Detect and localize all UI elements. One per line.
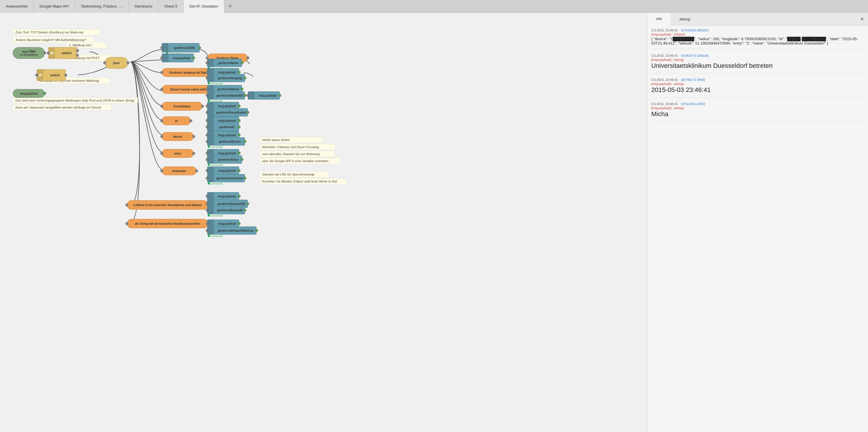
msgpayload-luftlinie-node[interactable]: msg.payload xyxy=(207,192,239,200)
note-bluefox: Korrektur Vis Bluefox (Object statt fest… xyxy=(259,178,347,184)
info-value-4: Micha xyxy=(651,110,864,118)
note-standort: vom aktuellen Standort bis zur Wohnung xyxy=(259,151,335,157)
geofenceDatumISO-node[interactable]: geofenceDatumISO xyxy=(207,91,245,99)
geofenceVorgang-node[interactable]: geofenceVorgang xyxy=(207,74,245,82)
info-value-2: Universitaetsklinikum Duesseldorf betret… xyxy=(651,62,864,69)
geofenceDistanzKMstring-node[interactable]: geofenceDistanzKMstring xyxy=(207,227,256,235)
note-ideen: ##### Ideen ##### xyxy=(259,137,323,143)
json-node[interactable]: json xyxy=(105,57,128,69)
info-timestamp-3: 3.5.2015, 23:46:41 [b0790c72.4f86f] xyxy=(651,78,864,82)
info-label-3: [msg.payload] : (string) xyxy=(651,82,864,86)
geofenceId-node[interactable]: geofenceId xyxy=(207,123,239,131)
id-node[interactable]: id xyxy=(162,116,191,125)
main-layout: Zum Test: TCP Stream (Geofency) an Node-… xyxy=(0,13,868,432)
geofenceJSON-node[interactable]: geofenceJSON xyxy=(162,43,199,52)
geofenceDevice-connected: connected xyxy=(208,146,223,148)
tab-owntracks[interactable]: Owntracks xyxy=(129,0,158,13)
info-value-1: { "device": "2████████", "radius": 200, … xyxy=(651,37,864,46)
right-tab-info[interactable]: info xyxy=(647,13,671,26)
info-entry-2: 3.5.2015, 23:46:41 [9c953473.636ac8] [ms… xyxy=(651,54,864,74)
tab-sheet5[interactable]: Sheet 5 xyxy=(158,0,184,13)
right-tab-debug[interactable]: debug xyxy=(671,13,699,26)
anwender-node[interactable]: Anwender xyxy=(162,167,197,175)
info-entry-4: 3.5.2015, 23:46:41 [3f7a1058.c085f] [msg… xyxy=(651,102,864,122)
geofenceEntry-node[interactable]: geofenceEntry xyxy=(207,155,242,164)
info-entry-1: 3.5.2015, 23:46:41 [674a6366.98b59c] [ms… xyxy=(651,29,864,49)
geofenceAnwender-connected: connected xyxy=(208,182,223,185)
info-value-3: 2015-05-03 23:46:41 xyxy=(651,86,864,94)
note-google-api: über die Google API in eine Variable sch… xyxy=(259,158,341,164)
geofenceDistanzM-node[interactable]: geofenceDistanzM xyxy=(207,206,245,214)
info-timestamp-1: 3.5.2015, 23:46:41 [674a6366.98b59c] xyxy=(651,29,864,32)
tab-google-maps[interactable]: Google Maps API xyxy=(33,0,75,13)
switch1-node[interactable]: ⇄ switch xyxy=(48,47,78,59)
msgpayload-main-node[interactable]: msg.payload xyxy=(13,89,45,98)
geofenceKoordinaten-node[interactable]: geofenceKoordinaten xyxy=(207,108,248,116)
geofenceDistanzM-connected: connected xyxy=(208,214,223,217)
geofenceDistanzKMstring-connected: connected xyxy=(208,235,223,237)
note-kilometer: Kilometer, Fahrzeiz und Dauer Fussweg xyxy=(259,144,335,150)
switch2-node[interactable]: ⇄ switch xyxy=(37,69,66,81)
right-panel-close-button[interactable]: ✕ xyxy=(856,14,868,24)
entry-node[interactable]: entry xyxy=(162,149,194,158)
right-panel-tabs: info debug ✕ xyxy=(647,13,868,26)
koordinaten-node[interactable]: Koordinaten xyxy=(162,102,203,111)
tab-tankerkonig[interactable]: Tankerkönig, Fritzbox, … xyxy=(75,0,129,13)
tab-bar: Anwesenheit Google Maps API Tankerkönig,… xyxy=(0,0,868,13)
info-label-2: [msg.payload] : (string) xyxy=(651,58,864,61)
info-timestamp-2: 3.5.2015, 23:46:41 [9c953473.636ac8] xyxy=(651,54,864,57)
tab-anwesenheit[interactable]: Anwesenheit xyxy=(0,0,33,13)
info-label-1: [msg.payload] : (Object) xyxy=(651,33,864,36)
note-verloren-msg: Das sind noch verlorengegangene Meldunge… xyxy=(13,97,138,104)
alsstring-node[interactable]: als String mit dynamischen Nachkommastel… xyxy=(127,219,208,228)
info-timestamp-4: 3.5.2015, 23:46:41 [3f7a1058.c085f] xyxy=(651,102,864,106)
msgpayload-anwender-node[interactable]: msg.payload xyxy=(207,167,239,175)
info-entry-3: 3.5.2015, 23:46:41 [b0790c72.4f86f] [msg… xyxy=(651,78,864,97)
tab-get-ip[interactable]: Get IP, Geodaten xyxy=(184,0,224,13)
geofenceVorgang-connected: connected xyxy=(208,82,223,85)
msgpayload-geofencename-node[interactable]: msg.payload xyxy=(162,54,194,62)
wire-canvas xyxy=(0,13,647,432)
geofenceEntry-connected: connected xyxy=(208,164,223,167)
tcp-node[interactable]: tcp:7999 0 connections xyxy=(13,47,45,59)
note-openstreetmap: Standort als URL für OpenStreetmap xyxy=(259,171,329,178)
geofenceName-node[interactable]: geofenceName xyxy=(207,59,242,67)
info-content: 3.5.2015, 23:46:41 [674a6366.98b59c] [ms… xyxy=(647,26,868,432)
device-node[interactable]: device xyxy=(162,132,194,141)
geofenceAnwender-node[interactable]: geofenceAnwender xyxy=(207,174,245,182)
right-panel: info debug ✕ 3.5.2015, 23:46:41 [674a636… xyxy=(647,13,868,432)
canvas-area[interactable]: Zum Test: TCP Stream (Geofency) an Node-… xyxy=(0,13,647,432)
info-label-4: [msg.payload] : (string) xyxy=(651,106,864,110)
luftlinie-node[interactable]: Luftlinie in km zwischen Smartphone und … xyxy=(127,200,208,210)
msgpayload-datumiso-node[interactable]: msg.payload xyxy=(248,91,280,99)
tab-add-button[interactable]: + xyxy=(224,0,236,13)
note-tcp-stream: Zum Test: TCP Stream (Geofency) an Node-… xyxy=(13,29,100,35)
geofenceDevice-node[interactable]: geofenceDevice xyxy=(207,137,245,146)
note-javascript: Kann per Javascript rausgefiltert werden… xyxy=(13,104,112,111)
